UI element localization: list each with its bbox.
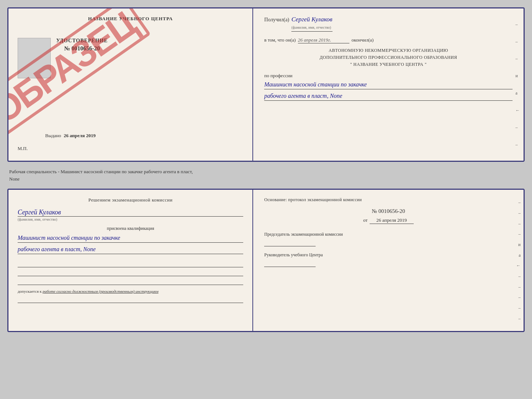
between-text: Рабочая специальность - Машинист насосно…: [7, 166, 525, 184]
org-line3: " НАЗВАНИЕ УЧЕБНОГО ЦЕНТРА ": [264, 61, 513, 68]
vydano-line: Выдано 26 апреля 2019: [45, 133, 96, 139]
vtom-line: в том, что он(а) 26 апреля 2019г. окончи…: [264, 37, 513, 43]
protocol-date-value: 26 апреля 2019: [370, 217, 414, 224]
fio-subtitle: (фамилия, имя, отчество): [18, 217, 243, 221]
photo-area: [18, 38, 51, 78]
org-line2: ДОПОЛНИТЕЛЬНОГО ПРОФЕССИОНАЛЬНОГО ОБРАЗО…: [264, 54, 513, 61]
profession-line1: Машинист насосной станции по закачке: [264, 80, 513, 89]
org-block: АВТОНОМНУЮ НЕКОММЕРЧЕСКУЮ ОРГАНИЗАЦИЮ ДО…: [264, 47, 513, 68]
protocol-num: № 0010656-20: [264, 208, 513, 214]
bottom-document: Решением экзаменационной комиссии Сергей…: [7, 189, 525, 332]
vydano-date: 26 апреля 2019: [64, 133, 96, 138]
rukovoditel-label: Руководитель учебного Центра: [264, 252, 513, 258]
vtom-date: 26 апреля 2019г.: [298, 37, 349, 43]
bottom-doc-left: Решением экзаменационной комиссии Сергей…: [8, 190, 253, 331]
protocol-date: от 26 апреля 2019: [264, 217, 513, 224]
udostoverenie-block: УДОСТОВЕРЕНИЕ № 0010656-20: [56, 38, 108, 52]
chairman-block: Председатель экзаменационной комиссии: [264, 231, 513, 246]
protocol-from: от: [363, 217, 368, 223]
qual-line1: Машинист насосной станции по закачке: [18, 234, 243, 243]
poluchil-label: Получил(а): [264, 17, 289, 23]
osnovanie-title: Основание: протокол экзаменационной коми…: [264, 197, 513, 203]
blank-line-3: [18, 279, 243, 285]
udostoverenie-num: № 0010656-20: [56, 45, 108, 52]
po-professii-label: по профессии: [264, 73, 513, 79]
poluchil-line: Получил(а) Сергей Кулаков (фамилия, имя,…: [264, 16, 513, 32]
blank-line-4: [18, 297, 243, 303]
prisvoena-label: присвоена квалификация: [18, 226, 243, 231]
top-left-title: НАЗВАНИЕ УЧЕБНОГО ЦЕНТРА: [18, 16, 243, 22]
top-doc-right: Получил(а) Сергей Кулаков (фамилия, имя,…: [253, 8, 524, 161]
blank-line-1: [18, 261, 243, 267]
org-line1: АВТОНОМНУЮ НЕКОММЕРЧЕСКУЮ ОРГАНИЗАЦИЮ: [264, 47, 513, 54]
profession-line2: рабочего агента в пласт, None: [264, 92, 513, 101]
bottom-right-side-dashes: – – – – и а ← – – – – –: [516, 197, 521, 324]
dopuskaetsya-prefix: допускается к: [18, 289, 42, 293]
bottom-lines-block: [18, 261, 243, 285]
rukovoditel-sign-line: [264, 261, 316, 267]
okoncnil-label: окончил(а): [352, 37, 374, 43]
chairman-sign-line: [264, 241, 316, 246]
top-document: НАЗВАНИЕ УЧЕБНОГО ЦЕНТРА УДОСТОВЕРЕНИЕ №…: [7, 7, 525, 162]
bottom-doc-right: Основание: протокол экзаменационной коми…: [253, 190, 524, 331]
between-line2: None: [9, 175, 525, 183]
qual-line2: рабочего агента в пласт, None: [18, 245, 243, 254]
udostoverenie-title: УДОСТОВЕРЕНИЕ: [56, 38, 108, 44]
vtom-label: в том, что он(а): [264, 37, 296, 43]
dopuskaetsya-line: допускается к работе согласно должностны…: [18, 289, 243, 294]
fio-cursive: Сергей Кулаков: [18, 209, 243, 217]
chairman-label: Председатель экзаменационной комиссии: [264, 231, 513, 238]
vydano-label: Выдано: [45, 133, 61, 138]
blank-line-2: [18, 270, 243, 276]
page-wrapper: НАЗВАНИЕ УЧЕБНОГО ЦЕНТРА УДОСТОВЕРЕНИЕ №…: [7, 7, 525, 332]
top-doc-left: НАЗВАНИЕ УЧЕБНОГО ЦЕНТРА УДОСТОВЕРЕНИЕ №…: [8, 8, 253, 161]
poluchil-subtitle: (фамилия, имя, отчество): [291, 25, 331, 29]
mp-line: М.П.: [18, 146, 28, 152]
dopuskaetsya-italic: работе согласно должностным (производств…: [43, 289, 158, 293]
poluchil-name: Сергей Кулаков (фамилия, имя, отчество): [291, 16, 332, 32]
between-line1: Рабочая специальность - Машинист насосно…: [9, 168, 525, 175]
resheniem-title: Решением экзаменационной комиссии: [18, 197, 243, 203]
rukovoditel-block: Руководитель учебного Центра: [264, 252, 513, 267]
right-side-dashes: – – – и а ← – –: [515, 8, 520, 161]
